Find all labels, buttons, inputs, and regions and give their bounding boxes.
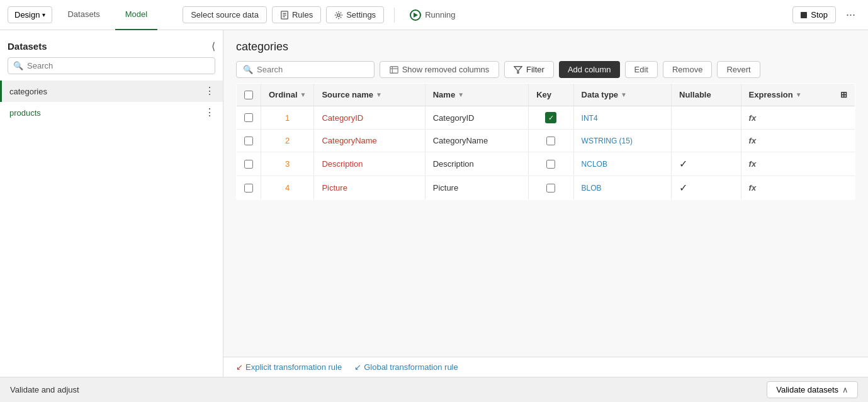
td-key-2	[529, 152, 573, 176]
more-button[interactable]: ···	[841, 6, 860, 24]
th-expression-filter-icon[interactable]: ▼	[796, 91, 802, 98]
tab-datasets[interactable]: Datasets	[57, 0, 110, 30]
select-all-checkbox[interactable]	[244, 91, 253, 99]
td-source-name-1: CategoryName	[314, 130, 425, 152]
name-value-3: Picture	[433, 183, 458, 193]
expression-fx-icon-1[interactable]: fx	[749, 135, 757, 145]
th-expression: Expression ▼ ⊞	[741, 84, 855, 106]
td-expression-2: fx	[741, 152, 855, 176]
filter-button[interactable]: Filter	[504, 61, 554, 78]
revert-label: Revert	[726, 65, 750, 74]
filter-icon	[514, 65, 522, 74]
name-value-0: CategoryID	[433, 113, 475, 123]
topbar-divider	[394, 8, 395, 23]
source-name-value-3: Picture	[322, 183, 347, 193]
data-type-value-0: INT4	[582, 114, 598, 123]
main-layout: Datasets ⟨ 🔍 categories ⋮ products ⋮ cat…	[0, 30, 868, 377]
td-key-3	[529, 176, 573, 200]
td-name-1: CategoryName	[425, 130, 528, 152]
ordinal-value-0: 1	[269, 113, 306, 123]
source-name-value-0: CategoryID	[322, 113, 363, 123]
td-source-name-2: Description	[314, 152, 425, 176]
key-checkbox-3[interactable]	[546, 184, 555, 193]
add-column-label: Add column	[568, 65, 611, 74]
td-data-type-0: INT4	[573, 106, 672, 130]
nullable-check-2: ✓	[679, 159, 687, 169]
td-name-3: Picture	[425, 176, 528, 200]
edit-button[interactable]: Edit	[625, 61, 658, 78]
columns-table: Ordinal ▼ Source name ▼	[236, 83, 855, 200]
content-area: categories 🔍 Show removed columns Filter…	[223, 30, 868, 377]
add-column-button[interactable]: Add column	[559, 61, 620, 78]
name-value-1: CategoryName	[433, 136, 488, 145]
expression-fx-icon-0[interactable]: fx	[749, 113, 757, 123]
svg-point-4	[337, 13, 340, 16]
row-checkbox-0[interactable]	[244, 113, 253, 122]
row-checkbox-1[interactable]	[244, 137, 253, 145]
rules-button[interactable]: Rules	[272, 6, 321, 23]
content-footer: ↙ Explicit transformation rule ↙ Global …	[223, 357, 868, 377]
td-checkbox-0	[237, 106, 261, 130]
grid-layout-icon[interactable]: ⊞	[840, 90, 847, 99]
td-source-name-0: CategoryID	[314, 106, 425, 130]
explicit-arrow-icon: ↙	[236, 362, 243, 372]
expression-fx-icon-3[interactable]: fx	[749, 182, 757, 193]
th-nullable-label: Nullable	[679, 90, 711, 99]
sidebar-search-wrap: 🔍	[8, 57, 215, 74]
key-checkbox-2[interactable]	[546, 160, 555, 169]
tab-model[interactable]: Model	[115, 0, 157, 30]
ordinal-value-3: 4	[269, 183, 306, 193]
ordinal-value-2: 3	[269, 159, 306, 169]
rules-icon	[280, 11, 289, 20]
key-checkbox-1[interactable]	[546, 137, 555, 145]
sidebar-search-input[interactable]	[27, 61, 210, 70]
validate-button[interactable]: Validate datasets ∧	[767, 381, 858, 398]
content-search-input[interactable]	[257, 65, 345, 74]
th-ordinal-label: Ordinal	[269, 90, 298, 99]
remove-button[interactable]: Remove	[663, 61, 712, 78]
stop-button[interactable]: Stop	[792, 6, 836, 23]
sidebar-item-products[interactable]: products ⋮	[0, 102, 223, 123]
select-source-button[interactable]: Select source data	[183, 6, 267, 23]
global-arrow-icon: ↙	[354, 362, 361, 372]
filter-label: Filter	[526, 65, 544, 74]
th-select-all	[237, 84, 261, 106]
sidebar-collapse-button[interactable]: ⟨	[211, 40, 215, 52]
table-header: Ordinal ▼ Source name ▼	[237, 84, 855, 106]
td-ordinal-0: 1	[261, 106, 314, 130]
running-triangle	[414, 13, 418, 18]
td-checkbox-3	[237, 176, 261, 200]
design-label: Design	[14, 10, 40, 20]
th-ordinal-filter-icon[interactable]: ▼	[300, 91, 307, 98]
explicit-transformation-link[interactable]: ↙ Explicit transformation rule	[236, 362, 342, 372]
bottombar: Validate and adjust Validate datasets ∧	[0, 377, 868, 402]
td-key-0: ✓	[529, 106, 573, 130]
settings-button[interactable]: Settings	[326, 6, 384, 23]
rules-label: Rules	[292, 10, 313, 20]
table-row: 4 Picture Picture BLOB ✓ fx	[237, 176, 855, 200]
sidebar-item-menu-products[interactable]: ⋮	[205, 108, 215, 118]
td-source-name-3: Picture	[314, 176, 425, 200]
sidebar-item-categories[interactable]: categories ⋮	[0, 81, 223, 102]
design-button[interactable]: Design ▾	[8, 6, 52, 23]
th-name-filter-icon[interactable]: ▼	[458, 91, 464, 98]
validate-label: Validate datasets	[776, 385, 838, 394]
remove-label: Remove	[672, 65, 702, 74]
page-title: categories	[236, 40, 855, 53]
expression-fx-icon-2[interactable]: fx	[749, 159, 757, 169]
th-data-type-filter-icon[interactable]: ▼	[621, 91, 627, 98]
row-checkbox-2[interactable]	[244, 160, 253, 169]
td-nullable-3: ✓	[672, 176, 741, 200]
sidebar-item-menu-categories[interactable]: ⋮	[205, 86, 215, 96]
td-nullable-2: ✓	[672, 152, 741, 176]
row-checkbox-3[interactable]	[244, 184, 253, 193]
global-transformation-link[interactable]: ↙ Global transformation rule	[354, 362, 458, 372]
th-source-name-label: Source name	[322, 90, 373, 99]
table-row: 3 Description Description NCLOB ✓ fx	[237, 152, 855, 176]
td-expression-0: fx	[741, 106, 855, 130]
data-type-value-1: WSTRING (15)	[582, 137, 633, 145]
show-removed-button[interactable]: Show removed columns	[380, 61, 499, 78]
sidebar-title: Datasets	[8, 41, 47, 52]
th-source-name-filter-icon[interactable]: ▼	[376, 91, 382, 98]
revert-button[interactable]: Revert	[717, 61, 760, 78]
